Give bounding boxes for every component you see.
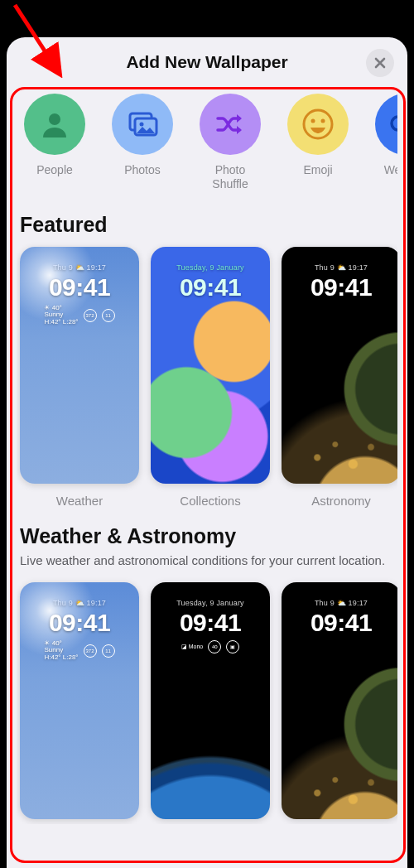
svg-point-0 <box>49 113 60 125</box>
close-button[interactable] <box>366 49 394 77</box>
lockscreen-widgets: ☀ 40°SunnyH:42° L:28° 372 11 <box>20 305 139 326</box>
featured-card-astronomy-wrap: Thu 9 ⛅ 19:17 09:41 Astronomy <box>282 247 397 508</box>
lockscreen-overlay: Thu 9 ⛅ 19:17 09:41 <box>282 263 397 301</box>
featured-card-weather[interactable]: Thu 9 ⛅ 19:17 09:41 ☀ 40°SunnyH:42° L:28… <box>20 247 139 484</box>
lockscreen-time: 09:41 <box>20 609 139 637</box>
featured-card-astronomy[interactable]: Thu 9 ⛅ 19:17 09:41 <box>282 247 397 484</box>
category-emoji[interactable]: Emoji <box>283 94 353 191</box>
emoji-icon-bubble <box>287 94 349 155</box>
featured-card-collections-wrap: Tuesday, 9 January 09:41 Collections <box>151 247 270 508</box>
category-label: People <box>36 163 73 177</box>
ring-widget: ▣ <box>226 640 239 653</box>
lockscreen-date: Thu 9 ⛅ 19:17 <box>20 599 139 607</box>
lockscreen-widgets: ☀ 40°SunnyH:42° L:28° 372 11 <box>20 640 139 662</box>
people-icon-bubble <box>24 94 85 155</box>
lockscreen-widgets: ◪ Mono 40 ▣ <box>151 640 270 653</box>
svg-point-4 <box>304 110 332 138</box>
ring-widget: 11 <box>102 644 115 658</box>
section-subtitle-weather-astro: Live weather and astronomical conditions… <box>20 552 394 569</box>
wa-card-earth-wrap: Tuesday, 9 January 09:41 ◪ Mono 40 ▣ <box>151 582 270 819</box>
category-label: Emoji <box>303 163 332 177</box>
lockscreen-overlay: Thu 9 ⛅ 19:17 09:41 <box>282 599 397 637</box>
weather-icon-bubble <box>375 94 397 155</box>
small-widget-label: ◪ Mono <box>181 644 203 650</box>
svg-point-5 <box>311 119 315 123</box>
card-label: Astronomy <box>311 494 371 508</box>
gallery-icon <box>125 107 160 142</box>
weather-widget: ☀ 40°SunnyH:42° L:28° <box>44 305 78 326</box>
person-icon <box>38 108 71 141</box>
category-row[interactable]: People Photos Photo Shuffle Emoji <box>17 87 397 201</box>
section-title-weather-astro: Weather & Astronomy <box>20 524 394 548</box>
weather-widget: ☀ 40°SunnyH:42° L:28° <box>44 640 78 662</box>
weather-astro-row[interactable]: Thu 9 ⛅ 19:17 09:41 ☀ 40°SunnyH:42° L:28… <box>17 576 397 824</box>
wa-card-night-wrap: Thu 9 ⛅ 19:17 09:41 <box>282 582 397 819</box>
page-title: Add New Wallpaper <box>126 52 287 72</box>
earth-lights-decor <box>282 688 397 818</box>
featured-row[interactable]: Thu 9 ⛅ 19:17 09:41 ☀ 40°SunnyH:42° L:28… <box>17 240 397 513</box>
category-label: Photo Shuffle <box>212 163 248 191</box>
card-label: Weather <box>56 494 103 508</box>
category-people[interactable]: People <box>20 94 89 191</box>
card-label: Collections <box>180 494 240 508</box>
featured-card-weather-wrap: Thu 9 ⛅ 19:17 09:41 ☀ 40°SunnyH:42° L:28… <box>20 247 139 508</box>
category-label: Weather <box>384 163 397 177</box>
close-icon <box>373 56 387 70</box>
shuffle-icon-bubble <box>200 94 261 155</box>
lockscreen-overlay: Tuesday, 9 January 09:41 <box>151 263 270 301</box>
category-weather[interactable]: Weather <box>371 94 397 191</box>
ring-widget: 40 <box>208 640 221 653</box>
lockscreen-time: 09:41 <box>282 609 397 637</box>
lockscreen-overlay: Tuesday, 9 January 09:41 ◪ Mono 40 ▣ <box>151 599 270 653</box>
photos-icon-bubble <box>112 94 173 155</box>
lockscreen-overlay: Thu 9 ⛅ 19:17 09:41 ☀ 40°SunnyH:42° L:28… <box>20 599 139 662</box>
lockscreen-date: Thu 9 ⛅ 19:17 <box>282 263 397 272</box>
svg-point-3 <box>140 123 144 127</box>
featured-card-collections[interactable]: Tuesday, 9 January 09:41 <box>151 247 270 484</box>
lockscreen-time: 09:41 <box>151 609 270 637</box>
sheet-header: Add New Wallpaper <box>7 37 407 87</box>
category-photos[interactable]: Photos <box>108 94 177 191</box>
lockscreen-date: Tuesday, 9 January <box>151 263 270 272</box>
ring-widget: 372 <box>84 309 97 322</box>
cloud-icon <box>387 105 397 143</box>
shuffle-icon <box>213 107 248 142</box>
lockscreen-time: 09:41 <box>282 273 397 301</box>
wa-card-weather-wrap: Thu 9 ⛅ 19:17 09:41 ☀ 40°SunnyH:42° L:28… <box>20 582 139 819</box>
section-title-featured: Featured <box>20 213 394 237</box>
category-label: Photos <box>124 163 161 177</box>
wa-card-weather[interactable]: Thu 9 ⛅ 19:17 09:41 ☀ 40°SunnyH:42° L:28… <box>20 582 139 819</box>
svg-point-6 <box>321 119 325 123</box>
wallpaper-picker-sheet: Add New Wallpaper People Photos <box>7 37 407 868</box>
sheet-content[interactable]: People Photos Photo Shuffle Emoji <box>7 87 407 868</box>
lockscreen-overlay: Thu 9 ⛅ 19:17 09:41 ☀ 40°SunnyH:42° L:28… <box>20 263 139 326</box>
lockscreen-time: 09:41 <box>151 273 270 301</box>
earth-lights-decor <box>282 353 397 483</box>
wa-card-earth[interactable]: Tuesday, 9 January 09:41 ◪ Mono 40 ▣ <box>151 582 270 819</box>
ring-widget: 11 <box>102 309 115 322</box>
lockscreen-date: Thu 9 ⛅ 19:17 <box>20 263 139 272</box>
smiley-icon <box>300 106 336 142</box>
wa-card-night[interactable]: Thu 9 ⛅ 19:17 09:41 <box>282 582 397 819</box>
category-photo-shuffle[interactable]: Photo Shuffle <box>195 94 265 191</box>
lockscreen-time: 09:41 <box>20 273 139 301</box>
lockscreen-date: Tuesday, 9 January <box>151 599 270 607</box>
ring-widget: 372 <box>84 644 97 658</box>
lockscreen-date: Thu 9 ⛅ 19:17 <box>282 599 397 607</box>
